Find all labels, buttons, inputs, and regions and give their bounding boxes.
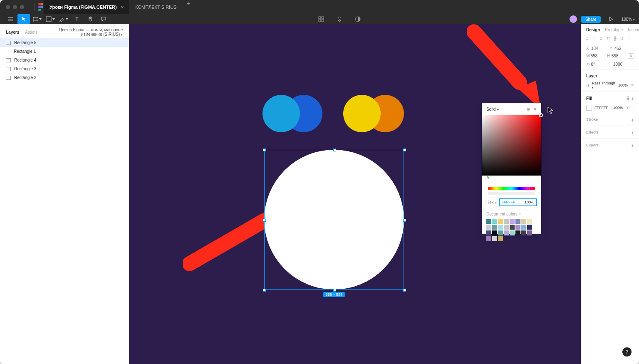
doc-swatch[interactable]	[486, 236, 491, 241]
tab-prototype[interactable]: Prototype	[605, 27, 623, 32]
remove-fill-icon[interactable]: −	[632, 106, 634, 110]
doc-swatch[interactable]	[486, 230, 491, 235]
doc-swatch[interactable]	[486, 219, 491, 224]
color-picker[interactable]: Solid ⊕ ✕ ✎ Hex ▾ FFFFFF 100% Document c…	[482, 103, 541, 234]
selection-box[interactable]	[264, 150, 404, 290]
prop-h[interactable]: 558	[612, 54, 628, 58]
comment-tool[interactable]	[97, 14, 110, 24]
bool-icon[interactable]	[352, 14, 364, 24]
doc-swatch[interactable]	[521, 225, 526, 230]
min-window[interactable]	[13, 5, 17, 9]
layer-item[interactable]: Rectangle 1	[0, 47, 129, 56]
text-tool[interactable]: T	[71, 14, 83, 24]
add-fill-button[interactable]: +	[631, 96, 634, 102]
doc-swatch[interactable]	[521, 219, 526, 224]
style-icon[interactable]: ⠿	[626, 96, 630, 102]
prop-x[interactable]: 184	[591, 46, 609, 51]
tab-layers[interactable]: Layers	[6, 30, 19, 35]
visibility-icon[interactable]: 👁	[630, 83, 634, 87]
tab-inspect[interactable]: Inspect	[628, 27, 639, 32]
canvas-shape[interactable]	[343, 95, 381, 132]
add-stroke-button[interactable]: +	[631, 117, 634, 123]
doc-swatch[interactable]	[492, 219, 497, 224]
doc-swatch[interactable]	[486, 225, 491, 230]
component-icon[interactable]	[315, 14, 327, 24]
fill-visibility-icon[interactable]: 👁	[626, 106, 629, 110]
doc-swatch[interactable]	[492, 236, 497, 241]
selection-handle[interactable]	[333, 149, 336, 151]
add-export-button[interactable]: +	[631, 143, 634, 149]
color-gradient[interactable]	[482, 115, 541, 176]
selection-handle[interactable]	[403, 219, 406, 222]
hue-slider[interactable]	[488, 187, 535, 190]
fill-hex[interactable]: FFFFFF	[594, 106, 608, 110]
doc-swatch[interactable]	[504, 219, 509, 224]
doc-colors-label[interactable]: Document colors	[486, 212, 518, 216]
blend-mode[interactable]: Pass Through ▾	[592, 81, 616, 89]
lock-aspect-icon[interactable]: ⇅	[628, 53, 634, 59]
close-window[interactable]	[6, 5, 10, 9]
color-mode-label[interactable]: Hex ▾	[486, 200, 497, 205]
doc-swatch[interactable]	[510, 219, 515, 224]
selection-handle[interactable]	[263, 149, 266, 151]
mask-icon[interactable]	[333, 14, 346, 24]
doc-swatch[interactable]	[498, 219, 503, 224]
frame-tool[interactable]	[31, 14, 43, 24]
color-cursor[interactable]	[539, 113, 543, 117]
doc-swatch[interactable]	[504, 225, 509, 230]
blend-icon[interactable]: ◑	[586, 83, 589, 87]
eyedropper-icon[interactable]: ✎	[486, 176, 490, 180]
doc-swatch[interactable]	[498, 225, 503, 230]
doc-swatch[interactable]	[492, 230, 497, 235]
fill-opacity[interactable]: 100%	[613, 106, 623, 110]
move-tool[interactable]	[17, 14, 30, 24]
file-tab-0[interactable]: Уроки Figma (FIGMA.CENTER) ×	[44, 0, 129, 14]
fill-type-dropdown[interactable]: Solid	[486, 107, 523, 111]
add-effect-button[interactable]: +	[631, 130, 634, 136]
user-avatar[interactable]	[570, 15, 577, 23]
selection-handle[interactable]	[263, 219, 266, 222]
fill-swatch[interactable]	[586, 105, 592, 111]
align-controls[interactable]: ⊏╪⊐⊓╫⊔⋮⋮	[581, 35, 639, 43]
doc-swatch[interactable]	[527, 219, 532, 224]
shape-tool[interactable]	[44, 14, 57, 24]
doc-swatch[interactable]	[515, 219, 520, 224]
close-picker-icon[interactable]: ✕	[533, 107, 537, 111]
doc-swatch[interactable]	[504, 230, 509, 235]
selection-handle[interactable]	[403, 149, 406, 151]
selection-handle[interactable]	[263, 289, 266, 292]
page-breadcrumb[interactable]: Цвет в Figma — стили, массовое изменение…	[43, 27, 123, 37]
tab-close-icon[interactable]: ×	[121, 5, 124, 10]
prop-rot[interactable]: 0°	[591, 62, 608, 67]
color-styles-icon[interactable]: ⊕	[527, 107, 530, 111]
doc-swatch[interactable]	[515, 225, 520, 230]
max-window[interactable]	[20, 5, 24, 9]
layer-item[interactable]: Rectangle 2	[0, 73, 129, 82]
zoom-display[interactable]: 100% ▾	[622, 17, 635, 22]
doc-swatch[interactable]	[498, 236, 503, 241]
canvas-shape[interactable]	[263, 95, 300, 132]
doc-swatch[interactable]	[498, 230, 503, 235]
help-button[interactable]: ?	[622, 347, 632, 357]
doc-swatch[interactable]	[510, 225, 515, 230]
share-button[interactable]: Share	[581, 16, 601, 23]
alpha-slider[interactable]	[488, 192, 535, 195]
tab-design[interactable]: Design	[586, 27, 600, 32]
layer-item[interactable]: Rectangle 3	[0, 64, 129, 73]
layer-item[interactable]: Rectangle 4	[0, 56, 129, 64]
doc-swatch[interactable]	[527, 230, 532, 235]
present-button[interactable]	[605, 14, 617, 24]
figma-logo-icon[interactable]	[38, 3, 44, 11]
selection-handle[interactable]	[333, 289, 336, 292]
menu-button[interactable]	[4, 14, 17, 24]
prop-y[interactable]: 452	[614, 46, 633, 51]
layer-opacity[interactable]: 100%	[618, 83, 628, 87]
window-controls[interactable]	[6, 5, 24, 9]
doc-swatch[interactable]	[492, 225, 497, 230]
expand-corners-icon[interactable]: ⛶	[631, 62, 634, 66]
prop-w[interactable]: 558	[591, 54, 607, 58]
layer-item[interactable]: Rectangle 5	[0, 38, 129, 47]
doc-swatch[interactable]	[510, 230, 515, 235]
selection-handle[interactable]	[403, 289, 406, 292]
file-tab-1[interactable]: КОМПЛЕКТ SIRIUS	[129, 0, 182, 14]
